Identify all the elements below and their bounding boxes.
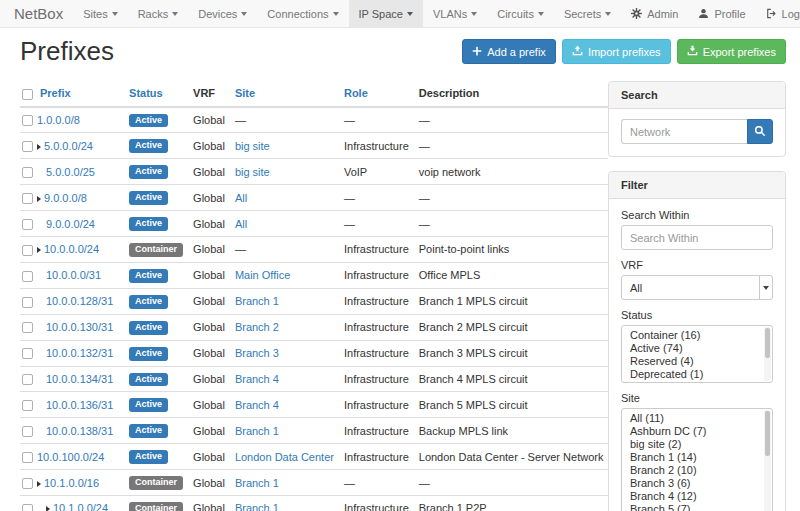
scrollbar[interactable] bbox=[764, 410, 771, 511]
listbox-option[interactable]: Deprecated (1) bbox=[622, 368, 762, 381]
listbox-option[interactable]: Branch 3 (6) bbox=[622, 477, 762, 490]
prefix-link[interactable]: 10.0.0.134/31 bbox=[46, 373, 113, 385]
prefix-link[interactable]: 10.1.0.0/24 bbox=[53, 502, 108, 511]
scrollbar[interactable] bbox=[764, 327, 771, 381]
user-icon bbox=[698, 8, 710, 20]
row-checkbox[interactable] bbox=[22, 452, 33, 463]
site-link[interactable]: Branch 1 bbox=[235, 502, 279, 511]
prefix-link[interactable]: 10.0.0.128/31 bbox=[46, 295, 113, 307]
status-badge: Active bbox=[129, 165, 168, 179]
description-cell: Branch 5 MPLS circuit bbox=[414, 392, 609, 418]
column-header-role[interactable]: Role bbox=[339, 81, 414, 107]
site-cell: big site bbox=[230, 133, 339, 159]
listbox-option[interactable]: Reserved (4) bbox=[622, 355, 762, 368]
prefix-link[interactable]: 10.0.0.0/24 bbox=[44, 243, 99, 255]
column-header-site[interactable]: Site bbox=[230, 81, 339, 107]
search-input[interactable] bbox=[621, 119, 747, 144]
site-link[interactable]: big site bbox=[235, 140, 270, 152]
nav-item-vlans[interactable]: VLANs bbox=[423, 0, 487, 27]
prefix-link[interactable]: 1.0.0.0/8 bbox=[37, 114, 80, 126]
site-link[interactable]: Branch 4 bbox=[235, 373, 279, 385]
row-checkbox[interactable] bbox=[22, 322, 33, 333]
prefix-link[interactable]: 10.0.100.0/24 bbox=[37, 451, 104, 463]
row-checkbox[interactable] bbox=[22, 400, 33, 411]
scrollbar-thumb[interactable] bbox=[765, 411, 770, 456]
brand-logo[interactable]: NetBox bbox=[12, 0, 73, 27]
row-checkbox[interactable] bbox=[22, 167, 33, 178]
site-link[interactable]: Branch 1 bbox=[235, 477, 279, 489]
prefix-link[interactable]: 10.0.0.136/31 bbox=[46, 399, 113, 411]
import-prefixes-button[interactable]: Import prefixes bbox=[562, 39, 671, 64]
site-link[interactable]: Branch 1 bbox=[235, 425, 279, 437]
row-checkbox[interactable] bbox=[22, 193, 33, 204]
column-header-status[interactable]: Status bbox=[124, 81, 188, 107]
nav-item-log-out[interactable]: Log out bbox=[756, 0, 800, 27]
nav-item-ip-space[interactable]: IP Space bbox=[349, 0, 423, 27]
column-header-prefix[interactable]: Prefix bbox=[35, 81, 124, 107]
row-checkbox[interactable] bbox=[22, 141, 33, 152]
prefix-link[interactable]: 10.0.0.0/31 bbox=[46, 269, 101, 281]
site-link[interactable]: London Data Center bbox=[235, 451, 334, 463]
export-prefixes-button[interactable]: Export prefixes bbox=[677, 39, 786, 64]
nav-item-profile[interactable]: Profile bbox=[688, 0, 755, 27]
filter-input-search-within[interactable] bbox=[621, 225, 773, 250]
listbox-option[interactable]: Branch 2 (10) bbox=[622, 464, 762, 477]
prefix-link[interactable]: 5.0.0.0/24 bbox=[44, 140, 93, 152]
row-checkbox[interactable] bbox=[22, 219, 33, 230]
prefix-link[interactable]: 10.0.0.138/31 bbox=[46, 425, 113, 437]
row-checkbox[interactable] bbox=[22, 115, 33, 126]
prefix-cell: 10.0.0.128/31 bbox=[35, 288, 124, 314]
row-checkbox[interactable] bbox=[22, 245, 33, 256]
listbox-option[interactable]: Container (16) bbox=[622, 329, 762, 342]
row-checkbox[interactable] bbox=[22, 297, 33, 308]
expand-arrow-icon[interactable] bbox=[37, 144, 41, 150]
add-a-prefix-button[interactable]: Add a prefix bbox=[462, 39, 556, 64]
site-link[interactable]: Branch 2 bbox=[235, 321, 279, 333]
row-checkbox[interactable] bbox=[22, 348, 33, 359]
row-checkbox[interactable] bbox=[22, 504, 33, 511]
prefix-link[interactable]: 9.0.0.0/24 bbox=[46, 218, 95, 230]
listbox-option[interactable]: big site (2) bbox=[622, 438, 762, 451]
prefix-link[interactable]: 10.0.0.132/31 bbox=[46, 347, 113, 359]
nav-item-circuits[interactable]: Circuits bbox=[487, 0, 554, 27]
expand-arrow-icon[interactable] bbox=[37, 481, 41, 487]
row-checkbox[interactable] bbox=[22, 271, 33, 282]
expand-arrow-icon[interactable] bbox=[46, 506, 50, 511]
site-link[interactable]: Branch 4 bbox=[235, 399, 279, 411]
nav-item-admin[interactable]: Admin bbox=[621, 0, 688, 27]
prefix-link[interactable]: 10.0.0.130/31 bbox=[46, 321, 113, 333]
site-link[interactable]: All bbox=[235, 192, 247, 204]
status-badge: Active bbox=[129, 269, 168, 283]
listbox-option[interactable]: Active (74) bbox=[622, 342, 762, 355]
site-link[interactable]: big site bbox=[235, 166, 270, 178]
row-checkbox[interactable] bbox=[22, 426, 33, 437]
listbox-option[interactable]: All (11) bbox=[622, 412, 762, 425]
row-checkbox[interactable] bbox=[22, 478, 33, 489]
scrollbar-thumb[interactable] bbox=[765, 328, 770, 358]
nav-item-sites[interactable]: Sites bbox=[73, 0, 127, 27]
listbox-option[interactable]: Branch 4 (12) bbox=[622, 490, 762, 503]
prefix-link[interactable]: 10.1.0.0/16 bbox=[44, 477, 99, 489]
site-link[interactable]: Branch 3 bbox=[235, 347, 279, 359]
site-link[interactable]: All bbox=[235, 218, 247, 230]
table-row: 10.0.0.138/31ActiveGlobalBranch 1Infrast… bbox=[20, 418, 608, 444]
prefix-link[interactable]: 5.0.0.0/25 bbox=[46, 166, 95, 178]
filter-select-vrf[interactable]: All bbox=[621, 275, 773, 300]
status-cell: Active bbox=[124, 392, 188, 418]
nav-item-devices[interactable]: Devices bbox=[188, 0, 257, 27]
nav-item-secrets[interactable]: Secrets bbox=[554, 0, 621, 27]
listbox-option[interactable]: Branch 1 (14) bbox=[622, 451, 762, 464]
select-all-checkbox[interactable] bbox=[22, 89, 33, 100]
prefix-link[interactable]: 9.0.0.0/8 bbox=[44, 192, 87, 204]
site-link[interactable]: Branch 1 bbox=[235, 295, 279, 307]
role-cell: Infrastructure bbox=[339, 133, 414, 159]
nav-item-racks[interactable]: Racks bbox=[128, 0, 189, 27]
search-button[interactable] bbox=[747, 119, 773, 144]
expand-arrow-icon[interactable] bbox=[37, 196, 41, 202]
site-link[interactable]: Main Office bbox=[235, 269, 290, 281]
nav-item-connections[interactable]: Connections bbox=[257, 0, 348, 27]
expand-arrow-icon[interactable] bbox=[37, 247, 41, 253]
listbox-option[interactable]: Branch 5 (7) bbox=[622, 503, 762, 511]
row-checkbox[interactable] bbox=[22, 374, 33, 385]
listbox-option[interactable]: Ashburn DC (7) bbox=[622, 425, 762, 438]
